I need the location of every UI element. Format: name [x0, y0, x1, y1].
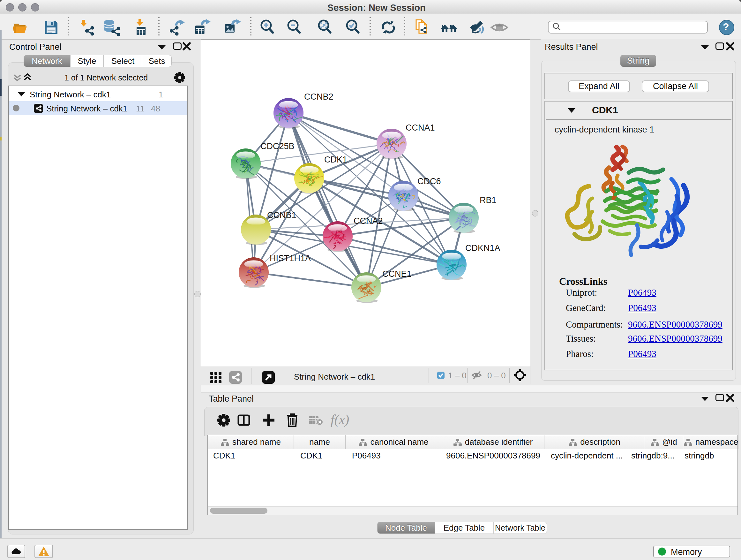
svg-text:CDK1: CDK1	[324, 155, 347, 165]
svg-text:CCNA2: CCNA2	[354, 216, 383, 226]
svg-text:CCNB2: CCNB2	[304, 92, 333, 102]
svg-text:CDKN1A: CDKN1A	[465, 243, 500, 253]
svg-text:RB1: RB1	[480, 195, 496, 205]
svg-text:HIST1H1A: HIST1H1A	[270, 253, 311, 263]
svg-text:CDC6: CDC6	[417, 177, 441, 186]
svg-text:CCNE1: CCNE1	[382, 269, 412, 279]
svg-text:CCNA1: CCNA1	[406, 123, 435, 132]
svg-text:CCNB1: CCNB1	[267, 210, 296, 220]
svg-text:CDC25B: CDC25B	[260, 141, 294, 151]
